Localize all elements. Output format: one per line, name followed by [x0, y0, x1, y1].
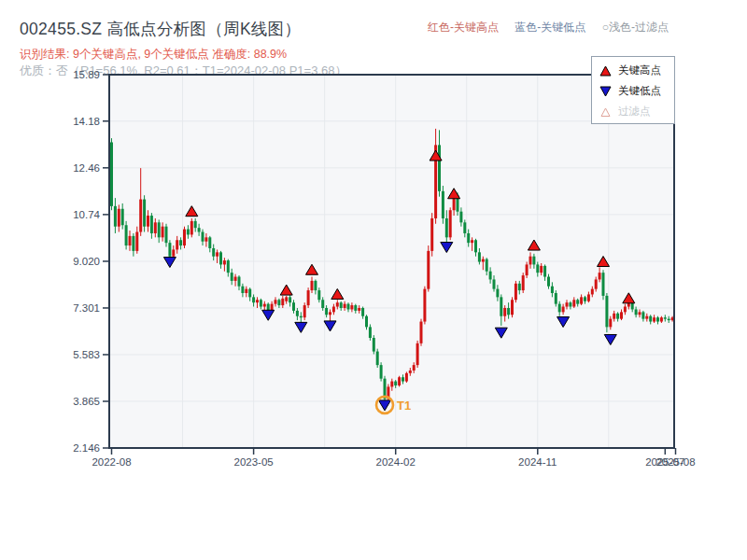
legend-item-key-low: 关键低点: [599, 81, 674, 102]
legend-filtered-label: 过滤点: [618, 106, 651, 118]
candle-body: [595, 279, 598, 288]
candle-body: [569, 302, 571, 306]
candle-body: [132, 236, 134, 251]
candle-body: [373, 338, 375, 352]
candle-body: [238, 277, 241, 287]
candle-body: [507, 308, 510, 315]
candle-body: [369, 327, 372, 338]
y-tick-label: 5.583: [73, 349, 100, 360]
candle-body: [616, 314, 619, 319]
candle-body: [613, 314, 615, 319]
candle-body: [314, 281, 317, 290]
candle-body: [609, 319, 612, 328]
candle-body: [398, 377, 401, 385]
candle-body: [635, 309, 638, 315]
candle-body: [489, 272, 492, 280]
filtered-triangle-icon: [599, 106, 612, 118]
candle-body: [518, 284, 521, 290]
candle-body: [135, 232, 138, 251]
candle-body: [245, 289, 247, 293]
candle-body: [653, 317, 655, 321]
candle-body: [350, 305, 353, 309]
candle-body: [256, 300, 259, 302]
candle-body: [390, 382, 393, 387]
key-high-triangle-icon: [599, 65, 612, 77]
y-tick-label: 10.74: [73, 209, 100, 220]
candle-body: [547, 277, 550, 287]
candle-body: [340, 302, 343, 308]
candle-body: [624, 307, 627, 313]
candle-body: [576, 300, 579, 303]
candle-body: [329, 312, 331, 315]
candle-body: [248, 289, 251, 298]
candle-body: [459, 212, 462, 223]
candle-body: [179, 240, 182, 245]
candle-body: [296, 311, 299, 316]
candle-body: [536, 264, 539, 273]
candle-body: [566, 302, 569, 306]
candle-body: [394, 382, 397, 385]
candle-body: [231, 273, 233, 281]
candle-body: [555, 293, 557, 304]
candle-body: [121, 209, 124, 225]
candle-body: [325, 308, 328, 315]
candle-body: [202, 232, 204, 242]
candle-body: [656, 317, 659, 321]
kline-analysis-page: 002455.SZ 高低点分析图（周K线图） 识别结果: 9个关键高点, 9个关…: [0, 0, 747, 560]
candle-body: [580, 297, 583, 303]
candle-body: [303, 305, 306, 317]
candle-body: [402, 377, 404, 381]
candle-body: [664, 317, 667, 318]
candle-body: [496, 289, 499, 298]
candle-body: [493, 279, 496, 288]
candle-body: [605, 296, 608, 327]
candle-body: [110, 142, 113, 205]
candle-body: [150, 216, 153, 233]
candle-body: [227, 260, 230, 273]
candle-body: [551, 287, 554, 293]
candle-body: [219, 252, 222, 264]
candle-body: [147, 216, 149, 227]
key-low-triangle-icon: [599, 86, 612, 97]
candle-body: [420, 322, 423, 343]
candle-body: [162, 227, 164, 238]
candle-body: [526, 264, 529, 275]
candle-body: [241, 287, 244, 293]
candle-body: [285, 297, 288, 301]
candle-body: [478, 252, 481, 261]
candle-body: [645, 316, 648, 319]
candle-body: [602, 273, 605, 296]
candle-body: [139, 200, 142, 232]
candle-body: [503, 308, 506, 316]
candle-body: [562, 307, 565, 313]
candle-body: [317, 290, 320, 300]
candle-body: [599, 273, 601, 279]
candle-body: [467, 233, 470, 243]
candle-body: [500, 297, 502, 315]
candle-body: [125, 225, 128, 245]
candle-body: [172, 249, 175, 256]
candle-body: [591, 289, 594, 295]
candle-body: [168, 243, 171, 257]
x-tick-label: 2025-08: [655, 456, 695, 468]
candle-body: [165, 227, 168, 243]
legend-key-high-label: 关键高点: [618, 65, 661, 77]
candle-body: [118, 209, 120, 227]
candle-body: [532, 257, 535, 265]
y-tick-label: 7.301: [73, 302, 100, 314]
x-tick-label: 2024-02: [376, 456, 416, 468]
candle-body: [176, 240, 178, 249]
candle-body: [292, 302, 295, 311]
legend-key-low-label: 关键低点: [618, 86, 661, 97]
candle-body: [321, 300, 324, 308]
candle-body: [129, 236, 132, 245]
candle-body: [416, 343, 419, 365]
candle-body: [358, 308, 360, 311]
candle-body: [471, 240, 473, 243]
x-tick-label: 2024-11: [518, 456, 557, 468]
candle-body: [572, 300, 575, 306]
candle-body: [413, 365, 416, 371]
candle-body: [311, 281, 314, 290]
candle-body: [522, 275, 525, 290]
candle-body: [307, 290, 310, 305]
